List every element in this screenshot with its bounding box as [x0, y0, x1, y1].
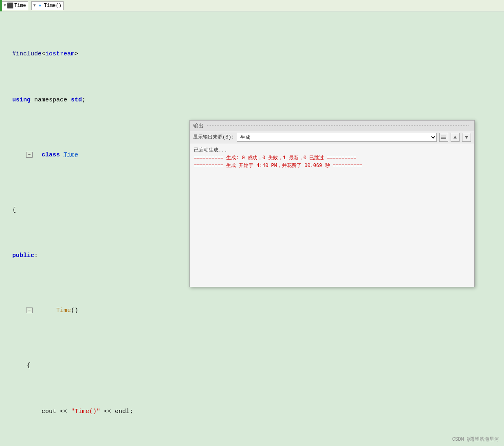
code-line-1: #include<iostream>: [12, 50, 501, 59]
class-dropdown[interactable]: ▼ ⬛ Time: [2, 1, 28, 10]
source-dropdown[interactable]: 生成 调试 全部: [237, 133, 437, 142]
dropdown-arrow-2: ▼: [33, 3, 36, 8]
svg-rect-0: [441, 136, 446, 136]
fold-marker-6[interactable]: −: [26, 308, 33, 313]
class-dropdown-label: Time: [14, 3, 26, 9]
method-dropdown[interactable]: ▼ 🔹 Time(): [31, 1, 64, 10]
output-result: ========== 生成: 0 成功，0 失败，1 最新，0 已跳过 ====…: [194, 154, 470, 162]
toolbar-btn-2[interactable]: [451, 133, 460, 142]
svg-rect-1: [441, 137, 446, 138]
output-started: 已启动生成...: [194, 147, 470, 154]
clear-icon: [441, 134, 447, 140]
output-toolbar: 显示输出来源(S): 生成 调试 全部: [190, 131, 474, 143]
class-icon: ⬛: [7, 2, 13, 9]
method-icon: 🔹: [37, 2, 43, 9]
fold-marker-3[interactable]: −: [26, 152, 33, 158]
toolbar-btn-3[interactable]: [462, 133, 471, 142]
top-toolbar: ▼ ⬛ Time ▼ 🔹 Time(): [0, 0, 504, 11]
output-title: 输出: [193, 122, 204, 130]
watermark: CSDN @遥望浩瀚星河: [452, 436, 499, 443]
code-line-8: cout << "Time()" << endl;: [12, 407, 501, 417]
source-label: 显示输出来源(S):: [193, 134, 234, 141]
svg-marker-4: [465, 136, 468, 139]
up-icon: [453, 135, 457, 139]
down-icon: [464, 135, 469, 139]
svg-rect-2: [441, 138, 446, 139]
code-line-2: using namespace std;: [12, 96, 501, 105]
method-dropdown-label: Time(): [44, 3, 62, 9]
output-content[interactable]: 已启动生成... ========== 生成: 0 成功，0 失败，1 最新，0…: [190, 143, 474, 287]
code-line-7: {: [12, 361, 501, 371]
output-panel: 输出 显示输出来源(S): 生成 调试 全部: [189, 120, 475, 287]
include-keyword: #include: [12, 51, 42, 57]
toolbar-btn-1[interactable]: [439, 133, 448, 142]
title-dots: [207, 125, 469, 126]
output-title-bar: 输出: [190, 121, 474, 131]
svg-marker-3: [453, 136, 457, 138]
output-time: ========== 生成 开始于 4:40 PM，并花费了 00.069 秒 …: [194, 162, 470, 170]
code-line-6: − Time(): [12, 297, 501, 325]
dropdown-arrow-1: ▼: [4, 3, 6, 8]
